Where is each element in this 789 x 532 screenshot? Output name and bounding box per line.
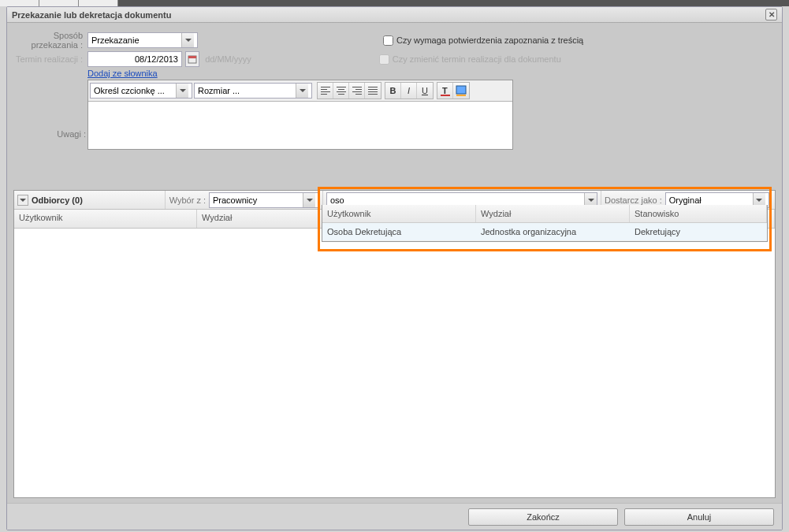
collapse-toggle[interactable] (17, 195, 28, 206)
row-termin: Termin realizacji : dd/MM/yyyy Czy zmien… (7, 51, 782, 67)
svg-rect-5 (456, 95, 466, 96)
ac-cell-stanowisko: Dekretujący (630, 223, 767, 240)
uwagi-label: Uwagi : (7, 129, 86, 139)
align-center-button[interactable] (333, 83, 349, 99)
dialog-window: Przekazanie lub dekretacja dokumentu ✕ S… (6, 6, 783, 530)
size-combo[interactable] (194, 83, 312, 99)
zakoncz-button[interactable]: Zakończ (468, 508, 618, 526)
chevron-down-icon (185, 39, 192, 42)
format-group: B I U (385, 82, 434, 99)
termin-format-hint: dd/MM/yyyy (205, 54, 251, 64)
align-center-icon (337, 87, 346, 95)
chevron-down-icon (756, 199, 762, 202)
termin-date-picker-button[interactable] (185, 51, 199, 67)
close-button[interactable]: ✕ (765, 9, 777, 20)
ac-cell-uzytkownik: Osoba Dekretująca (322, 223, 476, 240)
rich-text-editor: B I U T (87, 80, 513, 150)
size-input[interactable] (195, 84, 296, 98)
bg-color-button[interactable] (453, 83, 469, 99)
italic-button[interactable]: I (401, 83, 417, 99)
change-termin-label: Czy zmienić termin realizacji dla dokume… (393, 54, 561, 64)
close-icon: ✕ (769, 7, 775, 23)
autocomplete-header: Użytkownik Wydział Stanowisko (322, 205, 767, 223)
confirm-read-checkbox-wrap: Czy wymaga potwierdzenia zapoznania z tr… (383, 35, 583, 46)
termin-input[interactable] (87, 51, 182, 67)
sposob-input[interactable] (88, 33, 181, 47)
change-termin-checkbox-wrap: Czy zmienić termin realizacji dla dokume… (379, 54, 561, 65)
size-dropdown-arrow[interactable] (296, 84, 308, 98)
wybor-combo[interactable] (209, 192, 319, 208)
chevron-down-icon (588, 199, 594, 202)
align-justify-button[interactable] (365, 83, 381, 99)
search-autocomplete-panel: Użytkownik Wydział Stanowisko Osoba Dekr… (322, 205, 768, 242)
align-left-icon (321, 87, 330, 95)
chevron-down-icon (307, 199, 313, 202)
align-right-button[interactable] (349, 83, 365, 99)
font-dropdown-arrow[interactable] (176, 84, 188, 98)
bg-color-icon (456, 85, 467, 96)
color-group: T (437, 82, 470, 99)
change-termin-checkbox (379, 54, 389, 65)
dostarcz-label: Dostarcz jako : (605, 195, 662, 205)
bg-segment (0, 0, 39, 6)
ac-head-wydzial: Wydział (476, 205, 630, 222)
bold-button[interactable]: B (385, 83, 401, 99)
confirm-read-label: Czy wymaga potwierdzenia zapoznania z tr… (396, 35, 583, 45)
svg-rect-1 (188, 56, 196, 58)
align-left-button[interactable] (318, 83, 333, 99)
wybor-dropdown-arrow[interactable] (303, 193, 315, 207)
bg-segment (79, 0, 118, 6)
align-right-icon (352, 87, 362, 95)
row-link: Dodaj ze słownika (7, 69, 782, 78)
align-group (317, 82, 381, 99)
background-top-bar (0, 0, 789, 6)
dialog-footer: Zakończ Anuluj (7, 503, 782, 530)
ac-head-stanowisko: Stanowisko (630, 205, 767, 222)
autocomplete-row[interactable]: Osoba Dekretująca Jednostka organizacyjn… (322, 223, 767, 241)
svg-rect-3 (441, 95, 450, 96)
chevron-down-icon (300, 89, 306, 92)
odbiorcy-label: Odbiorcy (0) (32, 195, 83, 205)
align-justify-icon (368, 87, 378, 95)
sposob-label: Sposób przekazania : (7, 31, 86, 50)
svg-text:T: T (442, 86, 448, 95)
wybor-label: Wybór z : (169, 195, 206, 205)
font-combo[interactable] (90, 83, 192, 99)
underline-button[interactable]: U (417, 83, 433, 99)
col-header-uzytkownik[interactable]: Użytkownik (14, 210, 197, 228)
chevron-down-icon (180, 89, 186, 92)
dialog-titlebar: Przekazanie lub dekretacja dokumentu ✕ (7, 7, 782, 23)
row-sposob: Sposób przekazania : Czy wymaga potwierd… (7, 31, 782, 50)
editor-toolbar: B I U T (88, 80, 512, 102)
editor-textarea[interactable] (88, 102, 512, 149)
calendar-icon (188, 54, 197, 64)
ac-cell-wydzial: Jednostka organizacyjna (476, 223, 630, 240)
svg-rect-4 (456, 86, 466, 94)
sposob-combo[interactable] (87, 32, 198, 48)
font-input[interactable] (91, 84, 176, 98)
dialog-body: Sposób przekazania : Czy wymaga potwierd… (7, 23, 782, 150)
sposob-dropdown-arrow[interactable] (181, 33, 194, 47)
dialog-title-text: Przekazanie lub dekretacja dokumentu (12, 7, 171, 23)
dodaj-ze-slownika-link[interactable]: Dodaj ze słownika (87, 69, 158, 78)
anuluj-button[interactable]: Anuluj (624, 508, 774, 526)
bg-segment (39, 0, 79, 6)
text-color-button[interactable]: T (437, 83, 453, 99)
termin-label: Termin realizacji : (7, 54, 86, 64)
ac-head-uzytkownik: Użytkownik (322, 205, 476, 222)
wybor-input[interactable] (210, 193, 303, 207)
text-color-icon: T (440, 85, 451, 96)
chevron-down-icon (20, 199, 26, 202)
confirm-read-checkbox[interactable] (383, 35, 393, 46)
